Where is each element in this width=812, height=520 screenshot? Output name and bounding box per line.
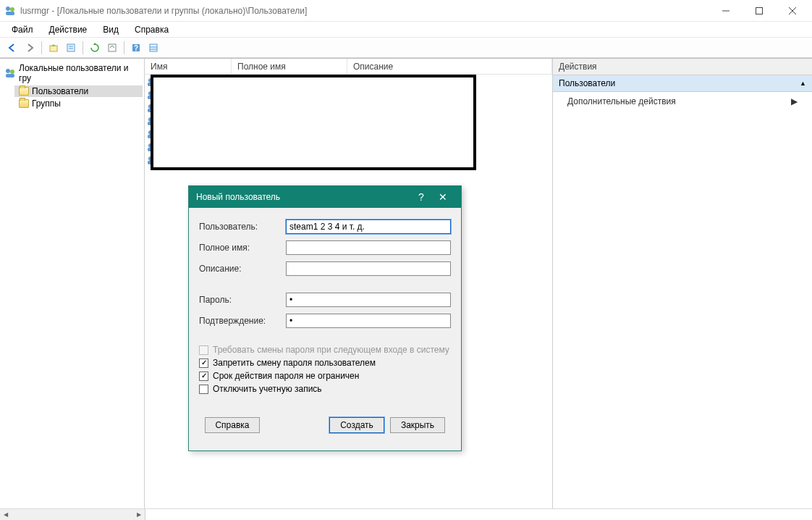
refresh-button[interactable] [87,40,103,56]
tree-node-users[interactable]: Пользователи [14,85,143,97]
export-button[interactable] [104,40,120,56]
column-fullname[interactable]: Полное имя [232,59,347,74]
checkbox-label: Отключить учетную запись [213,384,322,394]
back-button[interactable] [4,40,20,56]
checkbox-cannot-change[interactable]: Запретить смену пароля пользователем [199,358,451,368]
toolbar-separator [124,41,124,54]
toolbar-separator [83,41,83,54]
help-button[interactable]: Справка [205,417,260,433]
window-controls [709,0,809,22]
redacted-area [151,75,476,170]
user-label: Пользователь: [199,222,286,232]
toolbar: ? [0,38,812,58]
password-input[interactable] [286,293,451,307]
actions-section-users[interactable]: Пользователи ▲ [553,75,812,92]
app-icon [4,5,16,17]
toolbar-separator [41,41,42,54]
confirm-input[interactable] [286,314,451,328]
tree-node-groups[interactable]: Группы [14,98,143,109]
description-label: Описание: [199,264,286,274]
description-input[interactable] [286,261,451,276]
dialog-help-button[interactable]: ? [410,191,432,203]
dialog-titlebar[interactable]: Новый пользователь ? ✕ [189,186,461,208]
new-user-dialog: Новый пользователь ? ✕ Пользователь: Пол… [188,185,462,451]
tree-node-label: Пользователи [32,86,88,96]
actions-item-label: Дополнительные действия [567,96,676,106]
dialog-body: Пользователь: Полное имя: Описание: Паро… [189,208,461,450]
checkbox-label: Срок действия пароля не ограничен [213,371,359,381]
svg-point-18 [10,70,14,74]
checkbox-icon [199,345,208,355]
svg-point-17 [6,69,10,73]
actions-item-more[interactable]: Дополнительные действия ▶ [553,92,812,111]
tree-root[interactable]: Локальные пользователи и гру [1,62,143,85]
forward-button[interactable] [22,40,38,56]
checkbox-label: Требовать смены пароля при следующем вхо… [213,345,449,355]
menu-bar: Файл Действие Вид Справка [0,22,812,38]
password-label: Пароль: [199,295,286,305]
tree-scrollbar[interactable]: ◀ ▶ [0,508,145,520]
window-titlebar: lusrmgr - [Локальные пользователи и груп… [0,0,812,22]
tree-node-label: Группы [32,98,61,109]
close-dialog-button[interactable]: Закрыть [390,417,445,433]
column-name[interactable]: Имя [145,59,232,74]
checkbox-icon[interactable] [199,358,208,368]
menu-action[interactable]: Действие [45,23,92,36]
fullname-input[interactable] [286,240,451,255]
checkbox-must-change: Требовать смены пароля при следующем вхо… [199,345,451,355]
properties-button[interactable] [63,40,79,56]
maximize-button[interactable] [743,0,776,22]
list-footer [145,508,812,520]
chevron-right-icon: ▶ [791,96,798,106]
svg-rect-14 [150,44,157,51]
svg-rect-2 [6,12,14,15]
svg-rect-7 [50,46,57,51]
confirm-label: Подтверждение: [199,316,286,326]
tree-root-icon [4,67,16,79]
list-button[interactable] [145,40,161,56]
fullname-label: Полное имя: [199,243,286,253]
actions-section-label: Пользователи [559,78,615,88]
svg-point-0 [6,7,10,11]
column-headers: Имя Полное имя Описание [145,59,552,75]
help-button[interactable]: ? [128,40,144,56]
dialog-title: Новый пользователь [196,192,410,202]
scroll-right-button[interactable]: ▶ [133,510,145,520]
svg-rect-4 [756,7,763,14]
up-button[interactable] [46,40,62,56]
menu-file[interactable]: Файл [7,23,38,36]
create-button[interactable]: Создать [329,417,384,433]
scroll-left-button[interactable]: ◀ [0,510,12,520]
tree-root-label: Локальные пользователи и гру [19,63,140,83]
actions-pane: Действия Пользователи ▲ Дополнительные д… [553,59,812,508]
column-description[interactable]: Описание [347,59,552,74]
window-title: lusrmgr - [Локальные пользователи и груп… [20,6,709,16]
dialog-close-button[interactable]: ✕ [432,191,454,203]
checkbox-icon[interactable] [199,372,208,381]
svg-text:?: ? [134,44,138,52]
minimize-button[interactable] [709,0,743,22]
close-button[interactable] [776,0,809,22]
folder-icon [19,99,29,108]
tree-pane: Локальные пользователи и гру Пользовател… [0,59,145,508]
user-input[interactable] [286,219,451,234]
checkbox-disable-account[interactable]: Отключить учетную запись [199,384,451,394]
actions-header: Действия [553,59,812,75]
svg-rect-8 [67,44,75,51]
svg-point-1 [10,7,14,12]
folder-icon [19,87,29,96]
menu-view[interactable]: Вид [98,23,123,36]
svg-rect-19 [6,74,14,77]
menu-help[interactable]: Справка [130,23,173,36]
checkbox-never-expires[interactable]: Срок действия пароля не ограничен [199,371,451,381]
checkbox-label: Запретить смену пароля пользователем [213,358,376,368]
checkbox-icon[interactable] [199,385,208,394]
collapse-icon: ▲ [800,80,806,87]
